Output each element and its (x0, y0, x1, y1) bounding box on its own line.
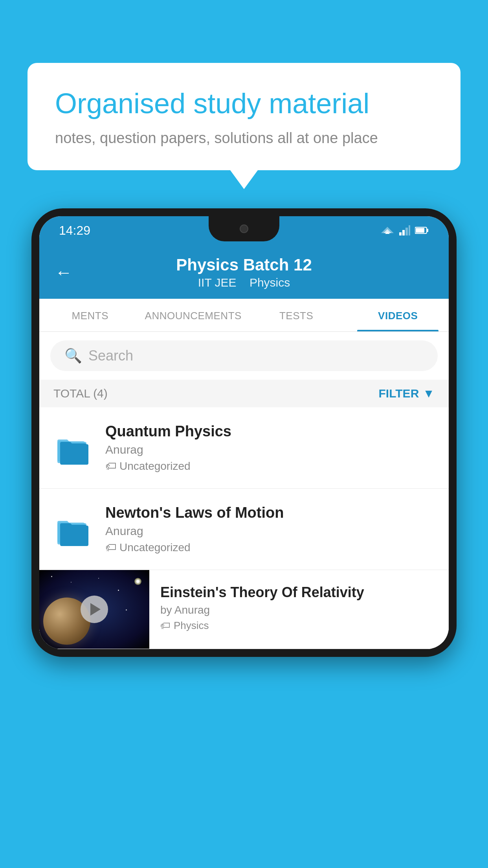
battery-icon (415, 226, 429, 234)
list-item[interactable]: Newton's Laws of Motion Anurag 🏷 Uncateg… (39, 489, 449, 570)
svg-rect-5 (405, 228, 408, 235)
phone-frame: 14:29 (31, 208, 457, 657)
app-header: ← Physics Batch 12 IIT JEE Physics (39, 245, 449, 299)
thumbnail (39, 570, 149, 649)
wifi-icon (380, 225, 394, 235)
tag-icon: 🏷 (105, 460, 116, 473)
tag-label: Uncategorized (119, 541, 191, 554)
thumb-content: Einstein's Theory Of Relativity by Anura… (149, 570, 449, 646)
search-section: 🔍 Search (39, 332, 449, 380)
tag-label: Physics (174, 620, 209, 632)
svg-rect-6 (409, 225, 410, 235)
phone-container: 14:29 (31, 208, 457, 868)
item-tag: 🏷 Uncategorized (105, 541, 435, 554)
item-tag: 🏷 Uncategorized (105, 460, 435, 473)
video-tag: 🏷 Physics (160, 620, 438, 632)
speech-bubble-container: Organised study material notes, question… (28, 63, 460, 170)
video-author: by Anurag (160, 604, 438, 616)
video-title: Einstein's Theory Of Relativity (160, 584, 438, 601)
filter-label: FILTER (379, 387, 419, 400)
subtitle-physics: Physics (250, 276, 290, 289)
tab-ments[interactable]: MENTS (39, 299, 141, 331)
header-subtitle: IIT JEE Physics (176, 276, 312, 289)
tab-announcements[interactable]: ANNOUNCEMENTS (141, 299, 246, 331)
status-icons (380, 225, 429, 235)
filter-icon: ▼ (423, 387, 435, 400)
tag-icon: 🏷 (160, 620, 171, 632)
tab-videos[interactable]: VIDEOS (347, 299, 449, 331)
filter-bar: TOTAL (4) FILTER ▼ (39, 380, 449, 407)
folder-icon (53, 509, 93, 549)
tag-icon: 🏷 (105, 541, 116, 554)
camera-dot (240, 224, 248, 233)
item-author: Anurag (105, 524, 435, 538)
bubble-subtitle: notes, question papers, solutions all at… (55, 130, 433, 147)
item-content: Newton's Laws of Motion Anurag 🏷 Uncateg… (105, 504, 435, 554)
header-title-group: Physics Batch 12 IIT JEE Physics (176, 256, 312, 289)
folder-icon (53, 428, 93, 467)
svg-rect-9 (416, 228, 424, 233)
svg-rect-4 (402, 230, 405, 235)
search-placeholder[interactable]: Search (88, 348, 133, 364)
status-time: 14:29 (59, 223, 90, 238)
status-bar: 14:29 (39, 216, 449, 245)
notch (209, 216, 279, 241)
signal-icon (399, 225, 410, 235)
total-count: TOTAL (4) (53, 387, 108, 400)
svg-rect-3 (399, 232, 402, 235)
play-button[interactable] (81, 596, 108, 623)
list-item-thumb[interactable]: Einstein's Theory Of Relativity by Anura… (39, 570, 449, 649)
tab-tests[interactable]: TESTS (246, 299, 347, 331)
search-icon: 🔍 (64, 348, 82, 364)
filter-button[interactable]: FILTER ▼ (379, 387, 435, 400)
svg-rect-8 (427, 229, 428, 232)
speech-bubble: Organised study material notes, question… (28, 63, 460, 170)
tabs-bar: MENTS ANNOUNCEMENTS TESTS VIDEOS (39, 299, 449, 332)
content-list: Quantum Physics Anurag 🏷 Uncategorized (39, 407, 449, 649)
bubble-title: Organised study material (55, 86, 433, 120)
item-title: Quantum Physics (105, 423, 435, 440)
header-title: Physics Batch 12 (176, 256, 312, 274)
back-button[interactable]: ← (55, 263, 72, 282)
subtitle-iitjee: IIT JEE (198, 276, 237, 289)
item-content: Quantum Physics Anurag 🏷 Uncategorized (105, 423, 435, 473)
phone-screen: 14:29 (39, 216, 449, 649)
play-triangle (90, 603, 101, 616)
search-bar[interactable]: 🔍 Search (50, 340, 438, 371)
item-title: Newton's Laws of Motion (105, 504, 435, 521)
list-item[interactable]: Quantum Physics Anurag 🏷 Uncategorized (39, 407, 449, 489)
item-author: Anurag (105, 443, 435, 456)
tag-label: Uncategorized (119, 460, 191, 473)
